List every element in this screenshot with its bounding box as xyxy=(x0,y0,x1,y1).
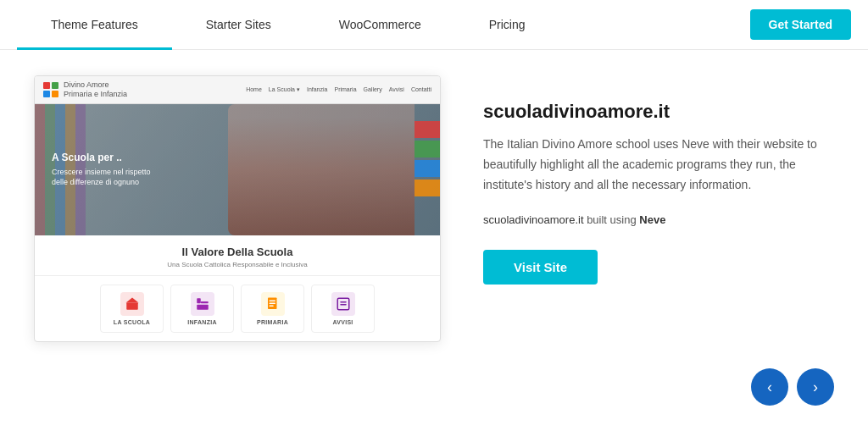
bottom-area: Visit Site xyxy=(483,250,834,285)
svg-rect-7 xyxy=(269,302,275,304)
mockup-icon-avvisi: AVVISI xyxy=(311,285,375,333)
mockup-logo-text: Divino Amore Primaria e Infanzia xyxy=(64,80,127,99)
logo-sq-blue xyxy=(43,91,50,97)
logo-sq-orange xyxy=(52,91,58,97)
avvisi-icon xyxy=(331,292,355,316)
mockup-nav-link: Avvisi xyxy=(389,86,404,93)
mockup-nav-link: La Scuola ▾ xyxy=(269,86,300,93)
nav-item-pricing[interactable]: Pricing xyxy=(455,0,559,50)
logo-sq-green xyxy=(52,82,58,89)
la-scuola-label: LA SCUOLA xyxy=(114,319,150,325)
mockup-nav-link: Primaria xyxy=(334,86,356,93)
carousel-nav: ‹ › xyxy=(751,368,834,406)
svg-rect-6 xyxy=(269,300,275,301)
infanzia-label: INFANZIA xyxy=(187,319,217,325)
svg-rect-3 xyxy=(200,301,208,303)
svg-rect-8 xyxy=(269,305,273,307)
content-panel: scuoladivinoamore.it The Italian Divino … xyxy=(483,75,834,285)
svg-rect-10 xyxy=(340,301,347,303)
mockup-logo: Divino Amore Primaria e Infanzia xyxy=(43,80,127,99)
mockup-hero-title: A Scuola per .. xyxy=(52,152,423,163)
mockup-icon-primaria: PRIMARIA xyxy=(241,285,304,333)
mockup-nav-link: Home xyxy=(246,86,262,93)
logo-sq-red xyxy=(43,82,50,89)
mockup-nav-link: Infanzia xyxy=(307,86,328,93)
mockup-hero-overlay: A Scuola per .. Crescere insieme nel ris… xyxy=(35,104,440,235)
nav-item-theme-features[interactable]: Theme Features xyxy=(17,0,172,50)
svg-rect-4 xyxy=(197,304,209,309)
mockup-nav-link: Gallery xyxy=(364,86,382,93)
site-title: scuoladivinoamore.it xyxy=(483,101,834,123)
mockup-hero-subtitle: Crescere insieme nel rispettodelle diffe… xyxy=(52,167,423,188)
mockup-icons-row: LA SCUOLA INFANZIA PRIMARIA AVVISI xyxy=(35,276,440,341)
nav-item-woocommerce[interactable]: WooCommerce xyxy=(305,0,455,50)
mockup-icon-la-scuola: LA SCUOLA xyxy=(100,285,164,333)
mockup-browser-bar: Divino Amore Primaria e Infanzia Home La… xyxy=(35,76,440,104)
svg-rect-11 xyxy=(340,304,347,306)
mockup-title-section: Il Valore Della Scuola Una Scuola Cattol… xyxy=(35,235,440,276)
logo-squares-icon xyxy=(43,82,58,97)
site-description: The Italian Divino Amore school uses Nev… xyxy=(483,135,822,195)
nav-items: Theme Features Starter Sites WooCommerce… xyxy=(17,0,750,50)
mockup-icon-infanzia: INFANZIA xyxy=(170,285,234,333)
carousel-next-button[interactable]: › xyxy=(797,368,834,406)
svg-rect-2 xyxy=(197,298,201,303)
hero-side-boxes xyxy=(415,121,440,196)
main-content: Divino Amore Primaria e Infanzia Home La… xyxy=(0,50,868,431)
mockup-nav-link: Contatti xyxy=(411,86,431,93)
navigation: Theme Features Starter Sites WooCommerce… xyxy=(0,0,868,50)
mockup-page-subtitle: Una Scuola Cattolica Responsabile e Incl… xyxy=(52,261,423,268)
credit-link[interactable]: scuoladivinoamore.it xyxy=(483,213,584,226)
avvisi-label: AVVISI xyxy=(332,319,353,325)
nav-item-starter-sites[interactable]: Starter Sites xyxy=(172,0,305,50)
mockup-nav-links: Home La Scuola ▾ Infanzia Primaria Galle… xyxy=(246,86,431,93)
get-started-button[interactable]: Get Started xyxy=(750,9,851,40)
primaria-icon xyxy=(261,292,285,316)
next-arrow-icon: › xyxy=(813,379,818,396)
visit-site-button[interactable]: Visit Site xyxy=(483,250,598,285)
svg-rect-0 xyxy=(126,302,138,309)
primaria-label: PRIMARIA xyxy=(257,319,288,325)
infanzia-icon xyxy=(191,292,214,316)
carousel-prev-button[interactable]: ‹ xyxy=(751,368,788,406)
site-credit: scuoladivinoamore.it built using Neve xyxy=(483,213,834,226)
la-scuola-icon xyxy=(120,292,144,316)
svg-marker-1 xyxy=(125,297,138,302)
mockup-page-title: Il Valore Della Scuola xyxy=(52,246,423,258)
prev-arrow-icon: ‹ xyxy=(767,379,772,396)
credit-text: built using xyxy=(584,213,640,226)
site-mockup: Divino Amore Primaria e Infanzia Home La… xyxy=(34,75,441,342)
mockup-hero: A Scuola per .. Crescere insieme nel ris… xyxy=(35,104,440,235)
credit-theme: Neve xyxy=(639,213,665,226)
